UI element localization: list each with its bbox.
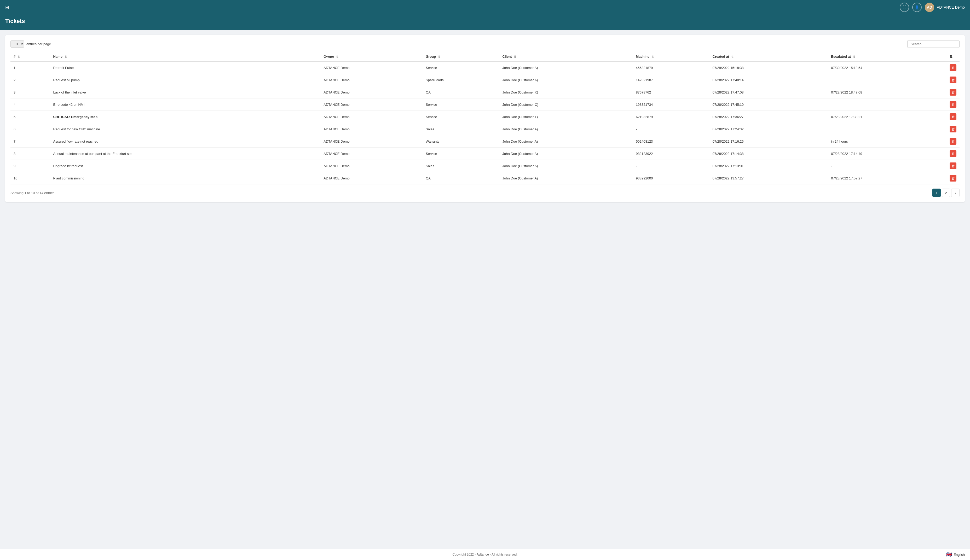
- cell-escalated-at: -: [828, 160, 947, 172]
- cell-group: Sales: [422, 123, 499, 135]
- language-label: English: [953, 553, 965, 557]
- col-name[interactable]: Name ⇅: [50, 52, 321, 62]
- sort-escalated-icon: ⇅: [853, 55, 855, 58]
- col-num[interactable]: # ⇅: [10, 52, 50, 62]
- cell-created-at: 07/28/2022 17:48:14: [710, 74, 828, 86]
- entries-per-page-control: 10 25 50 entries per page: [10, 40, 51, 48]
- table-footer: Showing 1 to 10 of 14 entries 1 2 ›: [10, 188, 960, 197]
- header-icons: ⛶ 👤 AD ADTANCE Demo: [900, 3, 965, 12]
- cell-num: 9: [10, 160, 50, 172]
- user-menu[interactable]: AD ADTANCE Demo: [925, 3, 965, 12]
- delete-button[interactable]: 🗑: [950, 138, 957, 145]
- col-escalated-at[interactable]: Escalated at ⇅: [828, 52, 947, 62]
- search-input[interactable]: [907, 40, 960, 48]
- cell-escalated-at: in 24 hours: [828, 135, 947, 148]
- cell-escalated-at: [828, 98, 947, 111]
- cell-action: 🗑: [947, 74, 960, 86]
- col-machine[interactable]: Machine ⇅: [633, 52, 709, 62]
- avatar: AD: [925, 3, 934, 12]
- cell-name: CRITICAL: Emergency stop: [50, 111, 321, 123]
- cell-owner: ADTANCE Demo: [321, 160, 422, 172]
- delete-button[interactable]: 🗑: [950, 101, 957, 108]
- table-row: 8Annual maintenance at our plant at the …: [10, 148, 960, 160]
- delete-button[interactable]: 🗑: [950, 150, 957, 157]
- cell-name: Plant commissioning: [50, 172, 321, 184]
- help-button[interactable]: 👤: [912, 3, 922, 12]
- cell-num: 8: [10, 148, 50, 160]
- cell-num: 5: [10, 111, 50, 123]
- table-row: 6Request for new CNC machineADTANCE Demo…: [10, 123, 960, 135]
- help-icon: 👤: [915, 5, 919, 9]
- actions-col-icon: ⇅: [950, 55, 952, 58]
- cell-num: 6: [10, 123, 50, 135]
- table-row: 10Plant commissioningADTANCE DemoQAJohn …: [10, 172, 960, 184]
- cell-name: Request for new CNC machine: [50, 123, 321, 135]
- delete-button[interactable]: 🗑: [950, 162, 957, 169]
- table-body: 1Retrofit FräseADTANCE DemoServiceJohn D…: [10, 62, 960, 184]
- delete-button[interactable]: 🗑: [950, 113, 957, 120]
- page-2-button[interactable]: 2: [942, 188, 950, 197]
- col-client[interactable]: Client ⇅: [499, 52, 633, 62]
- page-next-button[interactable]: ›: [951, 188, 960, 197]
- language-selector[interactable]: 🇬🇧 English: [946, 552, 965, 557]
- cell-client: John Doe (Customer A): [499, 62, 633, 74]
- cell-group: Sales: [422, 160, 499, 172]
- delete-button[interactable]: 🗑: [950, 126, 957, 132]
- sort-name-icon: ⇅: [65, 55, 67, 58]
- table-row: 9Upgrade kit requestADTANCE DemoSalesJoh…: [10, 160, 960, 172]
- sort-machine-icon: ⇅: [651, 55, 654, 58]
- entries-per-page-select[interactable]: 10 25 50: [10, 40, 24, 48]
- cell-machine: 502408123: [633, 135, 709, 148]
- cell-created-at: 07/28/2022 17:45:10: [710, 98, 828, 111]
- menu-icon[interactable]: ⊞: [5, 5, 9, 10]
- table-header: # ⇅ Name ⇅ Owner ⇅ Group ⇅ Client ⇅ Mach…: [10, 52, 960, 62]
- delete-button[interactable]: 🗑: [950, 175, 957, 182]
- cell-created-at: 07/29/2022 15:18:38: [710, 62, 828, 74]
- delete-button[interactable]: 🗑: [950, 64, 957, 71]
- cell-escalated-at: 07/28/2022 18:47:08: [828, 86, 947, 98]
- header: ⊞ ⛶ 👤 AD ADTANCE Demo: [0, 0, 970, 15]
- cell-num: 10: [10, 172, 50, 184]
- table-row: 3Lack of the inlet valveADTANCE DemoQAJo…: [10, 86, 960, 98]
- col-created-at[interactable]: Created at ⇅: [710, 52, 828, 62]
- delete-button[interactable]: 🗑: [950, 89, 957, 96]
- cell-action: 🗑: [947, 135, 960, 148]
- col-owner[interactable]: Owner ⇅: [321, 52, 422, 62]
- cell-escalated-at: 07/30/2022 15:18:54: [828, 62, 947, 74]
- cell-client: John Doe (Customer A): [499, 74, 633, 86]
- cell-group: Warranty: [422, 135, 499, 148]
- cell-num: 1: [10, 62, 50, 74]
- table-row: 2Request oil pumpADTANCE DemoSpare Parts…: [10, 74, 960, 86]
- cell-escalated-at: [828, 74, 947, 86]
- cell-action: 🗑: [947, 160, 960, 172]
- pagination: 1 2 ›: [932, 188, 960, 197]
- table-row: 4Erro code 42 on HMIADTANCE DemoServiceJ…: [10, 98, 960, 111]
- cell-client: John Doe (Customer A): [499, 123, 633, 135]
- cell-name: Lack of the inlet valve: [50, 86, 321, 98]
- sort-created-icon: ⇅: [731, 55, 733, 58]
- cell-owner: ADTANCE Demo: [321, 62, 422, 74]
- cell-machine: 87678762: [633, 86, 709, 98]
- footer-text: Copyright 2022 - Adtance - All rights re…: [452, 553, 518, 556]
- cell-created-at: 07/28/2022 17:36:27: [710, 111, 828, 123]
- cell-created-at: 07/28/2022 17:16:26: [710, 135, 828, 148]
- page-1-button[interactable]: 1: [932, 188, 941, 197]
- sort-owner-icon: ⇅: [336, 55, 338, 58]
- sort-group-icon: ⇅: [438, 55, 440, 58]
- cell-action: 🗑: [947, 111, 960, 123]
- cell-owner: ADTANCE Demo: [321, 98, 422, 111]
- cell-owner: ADTANCE Demo: [321, 74, 422, 86]
- cell-created-at: 07/28/2022 17:24:32: [710, 123, 828, 135]
- delete-button[interactable]: 🗑: [950, 77, 957, 83]
- cell-escalated-at: [828, 123, 947, 135]
- flag-icon: 🇬🇧: [946, 552, 952, 557]
- col-group[interactable]: Group ⇅: [422, 52, 499, 62]
- cell-action: 🗑: [947, 148, 960, 160]
- cell-action: 🗑: [947, 86, 960, 98]
- cell-client: John Doe (Customer T): [499, 111, 633, 123]
- fullscreen-button[interactable]: ⛶: [900, 3, 909, 12]
- cell-machine: 938292000: [633, 172, 709, 184]
- cell-client: John Doe (Customer A): [499, 160, 633, 172]
- page-title: Tickets: [5, 18, 965, 25]
- showing-text: Showing 1 to 10 of 14 entries: [10, 191, 54, 195]
